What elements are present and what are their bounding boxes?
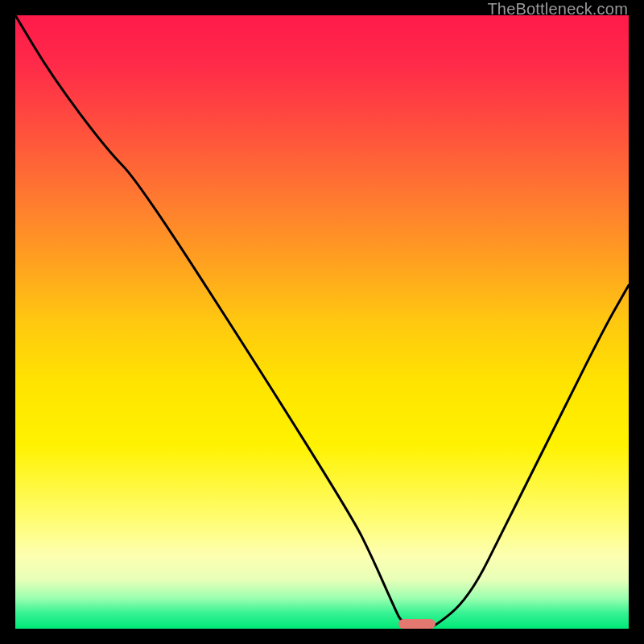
watermark-text: TheBottleneck.com — [487, 0, 628, 19]
plot-area — [15, 15, 629, 629]
chart-container: TheBottleneck.com — [0, 0, 644, 644]
optimal-marker — [398, 619, 436, 629]
bottleneck-curve — [15, 15, 629, 629]
